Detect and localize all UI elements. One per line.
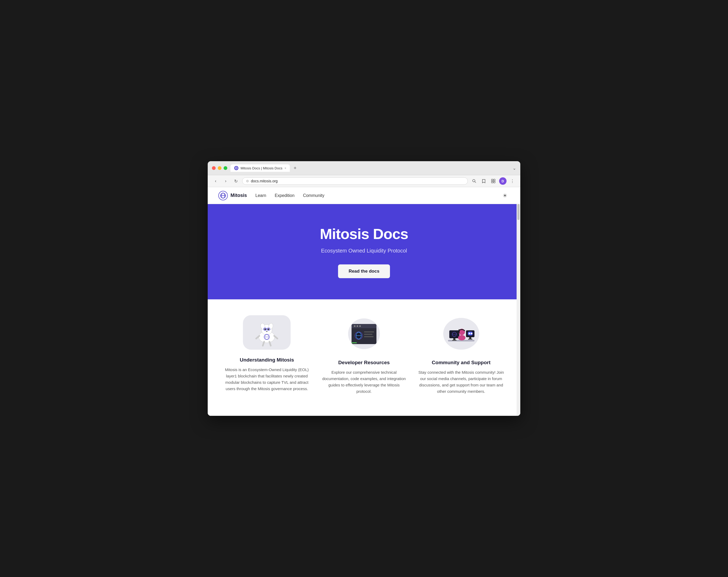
nav-community[interactable]: Community bbox=[303, 193, 324, 198]
card-1-title: Understanding Mitosis bbox=[224, 357, 310, 363]
svg-point-55 bbox=[471, 333, 472, 334]
svg-rect-5 bbox=[494, 179, 495, 181]
browser-titlebar: Mitosis Docs | Mitosis Docs × + ⌄ bbox=[208, 161, 520, 175]
close-button[interactable] bbox=[212, 166, 216, 170]
nav-links: Learn Expedition Community bbox=[255, 193, 324, 198]
theme-toggle-button[interactable]: ☀ bbox=[500, 191, 510, 200]
card-1-desc: Mitosis is an Ecosystem-Owned Liquidity … bbox=[224, 366, 310, 392]
card-2-desc: Explore our comprehensive technical docu… bbox=[321, 369, 408, 395]
svg-point-48 bbox=[458, 335, 465, 340]
active-tab[interactable]: Mitosis Docs | Mitosis Docs × bbox=[231, 164, 290, 172]
scrollbar-thumb[interactable] bbox=[517, 204, 520, 220]
refresh-button[interactable]: ↻ bbox=[232, 177, 239, 185]
svg-rect-49 bbox=[459, 329, 460, 333]
svg-line-25 bbox=[263, 342, 264, 346]
svg-rect-19 bbox=[264, 328, 266, 330]
card-developer: Developer Resources Explore our comprehe… bbox=[321, 315, 408, 395]
back-button[interactable]: ‹ bbox=[212, 177, 219, 185]
address-bar[interactable]: ⊙ docs.mitosis.org bbox=[242, 177, 468, 185]
bookmark-icon[interactable] bbox=[480, 177, 488, 185]
toolbar-actions: D ⋮ bbox=[470, 177, 516, 185]
more-options-icon[interactable]: ⋮ bbox=[509, 177, 516, 185]
browser-toolbar: ‹ › ↻ ⊙ docs.mitosis.org bbox=[208, 175, 520, 187]
profile-avatar[interactable]: D bbox=[499, 177, 506, 185]
svg-rect-20 bbox=[267, 328, 270, 330]
card-3-title: Community and Support bbox=[418, 360, 504, 365]
card-understanding: Understanding Mitosis Mitosis is an Ecos… bbox=[224, 315, 310, 395]
svg-point-31 bbox=[354, 325, 356, 327]
nav-expedition[interactable]: Expedition bbox=[275, 193, 294, 198]
svg-line-26 bbox=[269, 342, 271, 346]
svg-rect-6 bbox=[491, 181, 493, 183]
card-community: Community and Support Stay connected wit… bbox=[418, 315, 504, 395]
url-text: docs.mitosis.org bbox=[251, 179, 464, 183]
svg-rect-37 bbox=[364, 334, 372, 335]
svg-point-22 bbox=[266, 331, 267, 332]
svg-rect-51 bbox=[469, 337, 471, 339]
page-wrapper: Mitosis Learn Expedition Community ☀ Mit… bbox=[208, 187, 520, 416]
site-logo-text: Mitosis bbox=[231, 193, 247, 198]
svg-rect-4 bbox=[491, 179, 493, 181]
tab-close-button[interactable]: × bbox=[285, 166, 286, 170]
card-3-desc: Stay connected with the Mitosis communit… bbox=[418, 369, 504, 395]
tab-favicon bbox=[234, 166, 238, 170]
read-docs-button[interactable]: Read the docs bbox=[338, 265, 390, 278]
site-nav: Mitosis Learn Expedition Community ☀ bbox=[208, 187, 520, 204]
svg-rect-44 bbox=[452, 340, 457, 341]
svg-point-33 bbox=[359, 325, 361, 327]
tab-title: Mitosis Docs | Mitosis Docs bbox=[240, 166, 282, 170]
extensions-icon[interactable] bbox=[490, 177, 497, 185]
svg-rect-43 bbox=[453, 338, 456, 340]
svg-rect-52 bbox=[468, 339, 472, 339]
forward-button[interactable]: › bbox=[222, 177, 229, 185]
hero-section: Mitosis Docs Ecosystem Owned Liquidity P… bbox=[208, 204, 520, 299]
minimize-button[interactable] bbox=[218, 166, 222, 170]
svg-rect-7 bbox=[494, 181, 495, 183]
browser-window: Mitosis Docs | Mitosis Docs × + ⌄ ‹ › ↻ … bbox=[208, 161, 520, 416]
svg-rect-38 bbox=[364, 336, 373, 337]
traffic-lights bbox=[212, 166, 227, 170]
svg-rect-36 bbox=[364, 331, 374, 332]
svg-rect-39 bbox=[352, 342, 357, 343]
card-2-title: Developer Resources bbox=[321, 360, 408, 365]
tab-bar: Mitosis Docs | Mitosis Docs × + bbox=[231, 164, 510, 172]
svg-line-3 bbox=[475, 182, 476, 183]
new-tab-button[interactable]: + bbox=[292, 165, 298, 171]
developer-illustration bbox=[340, 315, 388, 352]
tab-list-chevron[interactable]: ⌄ bbox=[513, 166, 516, 171]
mitosis-logo-icon bbox=[218, 191, 228, 200]
page-content: Mitosis Learn Expedition Community ☀ Mit… bbox=[208, 187, 520, 416]
understanding-illustration bbox=[243, 315, 291, 350]
hero-title: Mitosis Docs bbox=[218, 225, 510, 243]
security-icon: ⊙ bbox=[246, 179, 249, 183]
scrollbar-track[interactable] bbox=[517, 204, 520, 416]
svg-point-54 bbox=[469, 333, 470, 334]
svg-point-32 bbox=[357, 325, 358, 327]
logo-area[interactable]: Mitosis bbox=[218, 191, 247, 200]
hero-subtitle: Ecosystem Owned Liquidity Protocol bbox=[218, 248, 510, 254]
community-illustration bbox=[437, 315, 485, 352]
maximize-button[interactable] bbox=[224, 166, 227, 170]
cards-section: Understanding Mitosis Mitosis is an Ecos… bbox=[208, 299, 520, 416]
nav-learn[interactable]: Learn bbox=[255, 193, 266, 198]
search-icon[interactable] bbox=[470, 177, 478, 185]
